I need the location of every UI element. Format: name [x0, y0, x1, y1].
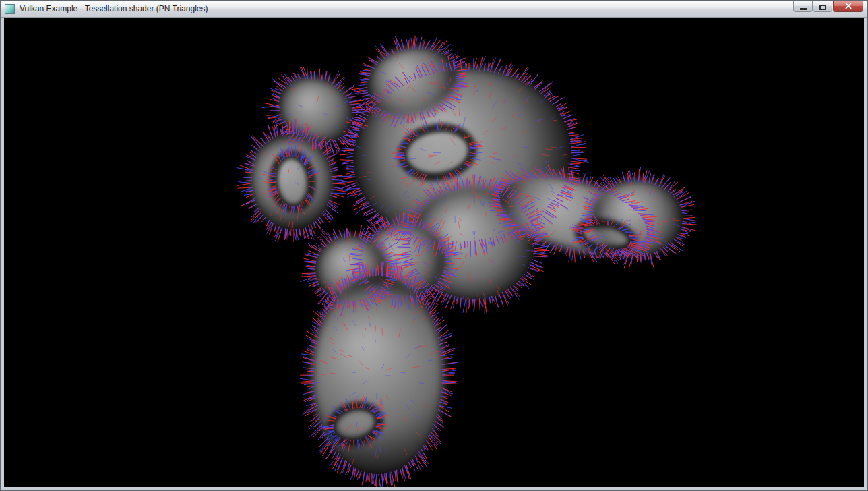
- maximize-button[interactable]: [813, 1, 832, 12]
- minimize-button[interactable]: [793, 1, 813, 12]
- window-controls: [793, 1, 863, 12]
- minimize-icon: [800, 8, 807, 10]
- close-button[interactable]: [833, 1, 863, 12]
- render-canvas[interactable]: [4, 18, 864, 487]
- render-viewport[interactable]: [4, 18, 864, 487]
- app-window: Vulkan Example - Tessellation shader (PN…: [0, 0, 868, 491]
- app-icon: [5, 4, 15, 14]
- titlebar[interactable]: Vulkan Example - Tessellation shader (PN…: [1, 1, 867, 18]
- maximize-icon: [819, 5, 826, 10]
- window-title: Vulkan Example - Tessellation shader (PN…: [20, 4, 208, 13]
- close-icon: [834, 1, 863, 11]
